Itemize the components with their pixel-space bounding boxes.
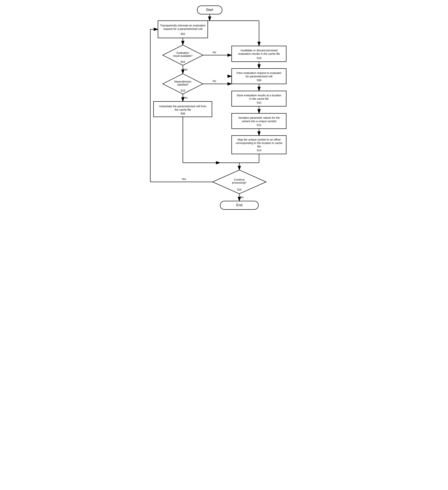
deps-yes-label: Yes (183, 96, 188, 99)
flowchart-container: Start Transparently intercept an evaluat… (138, 4, 310, 234)
map-id: 514 (257, 149, 261, 152)
map-text-3: file (257, 145, 261, 148)
pass-eval-text-1: Pass evaluation request to evaluator (237, 71, 282, 74)
eval-text-1: Evaluation (176, 51, 189, 54)
invalidate-id: 518 (257, 56, 261, 60)
continue-text-2: processing? (232, 181, 246, 184)
intercept-text-2: request for a parameterized cell (163, 27, 202, 30)
start-label: Start (206, 8, 213, 12)
deps-text-1: Dependencies (174, 80, 192, 83)
deps-id: 516 (181, 89, 185, 92)
map-text-2: corresponding to the location in cache (236, 141, 282, 145)
continue-no-label: No (240, 196, 244, 199)
eval-id: 504 (181, 60, 185, 63)
continue-yes-label: Yes (182, 177, 186, 181)
intercept-id: 502 (181, 32, 185, 35)
continue-id: 520 (237, 188, 242, 191)
instantiate-text-1: Instantiate the parameterized cell from (159, 105, 207, 108)
intercept-text-1: Transparently intercept an evaluation (160, 24, 206, 27)
deps-no-label: No (213, 79, 216, 83)
serialize-id: 512 (257, 123, 261, 127)
eval-yes-label: Yes (183, 68, 188, 71)
invalidate-text-1: Invalidate or discard persisted (241, 49, 278, 52)
store-eval-text-1: Store evaluation results at a location (237, 94, 281, 97)
eval-text-2: result available? (173, 54, 193, 57)
store-eval-id: 510 (257, 101, 261, 104)
continue-text-1: Continue (234, 178, 245, 181)
map-text-1: Map the unique symbol to an offset (237, 138, 281, 141)
instantiate-id: 506 (181, 112, 185, 115)
eval-no-label: No (213, 51, 216, 54)
pass-eval-id: 508 (257, 79, 261, 82)
flowchart-svg: Start Transparently intercept an evaluat… (138, 4, 310, 234)
deps-text-2: satisfied? (177, 83, 188, 86)
end-label: End (236, 203, 242, 207)
store-eval-text-2: in the cache file (249, 97, 269, 100)
invalidate-text-2: evaluation results in the cache file (238, 52, 280, 55)
serialize-text-1: Serialize parameter values for the (238, 116, 280, 119)
instantiate-text-2: the cache file (175, 108, 191, 111)
serialize-text-2: variant into a unique symbol (242, 120, 276, 123)
pass-eval-text-2: for parameterized cell (246, 75, 272, 78)
